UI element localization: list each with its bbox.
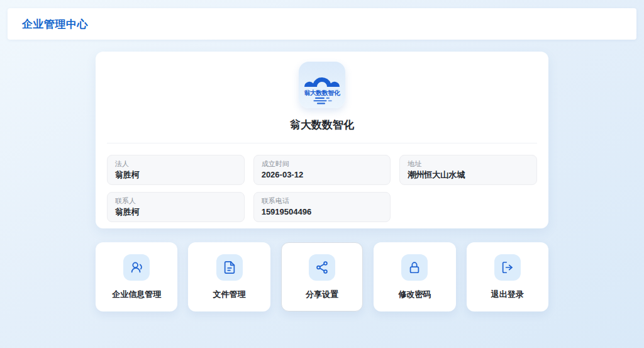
share-icon xyxy=(315,261,329,274)
field-legal-person: 法人 翁胜柯 xyxy=(107,155,245,185)
field-value: 2026-03-12 xyxy=(262,170,383,180)
users-icon xyxy=(130,261,143,274)
header-bar: 企业管理中心 xyxy=(8,8,636,40)
field-contact-person: 联系人 翁胜柯 xyxy=(107,192,245,222)
field-address: 地址 潮州恒大山水城 xyxy=(399,155,537,185)
field-label: 联系电话 xyxy=(262,197,383,205)
field-value: 翁胜柯 xyxy=(115,170,236,180)
field-label: 地址 xyxy=(408,160,529,168)
action-logout[interactable]: 退出登录 xyxy=(467,242,548,312)
action-cards-row: 企业信息管理 文件管理 分享设置 xyxy=(96,242,548,312)
action-change-password[interactable]: 修改密码 xyxy=(374,242,455,312)
icon-chip xyxy=(123,254,150,281)
company-logo: 翁大数数智化 xyxy=(299,62,345,108)
action-enterprise-info-management[interactable]: 企业信息管理 xyxy=(96,242,177,312)
field-label: 成立时间 xyxy=(262,160,383,168)
action-label: 修改密码 xyxy=(398,289,431,300)
icon-chip xyxy=(216,254,243,281)
field-value: 潮州恒大山水城 xyxy=(408,170,529,180)
field-label: 法人 xyxy=(115,160,236,168)
action-label: 文件管理 xyxy=(213,289,246,300)
action-label: 退出登录 xyxy=(491,289,524,300)
lock-icon xyxy=(408,261,421,274)
field-value: 翁胜柯 xyxy=(115,207,236,217)
company-fields-grid: 法人 翁胜柯 成立时间 2026-03-12 地址 潮州恒大山水城 联系人 翁胜… xyxy=(107,155,537,222)
action-file-management[interactable]: 文件管理 xyxy=(188,242,270,312)
icon-chip xyxy=(494,254,521,281)
file-document-icon xyxy=(223,261,236,274)
company-info-card: 翁大数数智化 翁大数数智化 法人 翁胜柯 成立时间 2026-03-12 地址 … xyxy=(96,52,548,228)
cloud-bridge-logo-icon: 翁大数数智化 xyxy=(299,62,345,108)
field-value: 15919504496 xyxy=(262,207,383,217)
company-logo-wrap: 翁大数数智化 xyxy=(107,62,537,108)
icon-chip xyxy=(309,254,335,281)
action-label: 企业信息管理 xyxy=(112,289,161,300)
action-share-settings[interactable]: 分享设置 xyxy=(281,242,363,312)
field-established-date: 成立时间 2026-03-12 xyxy=(253,155,391,185)
logout-icon xyxy=(501,261,514,274)
field-label: 联系人 xyxy=(115,197,236,205)
page-title: 企业管理中心 xyxy=(22,17,88,31)
company-name: 翁大数数智化 xyxy=(107,118,537,132)
icon-chip xyxy=(401,254,428,281)
logo-text: 翁大数数智化 xyxy=(304,89,341,96)
field-contact-phone: 联系电话 15919504496 xyxy=(253,192,391,222)
divider xyxy=(107,143,537,143)
action-label: 分享设置 xyxy=(306,289,338,300)
logo-text-lines xyxy=(314,98,332,104)
